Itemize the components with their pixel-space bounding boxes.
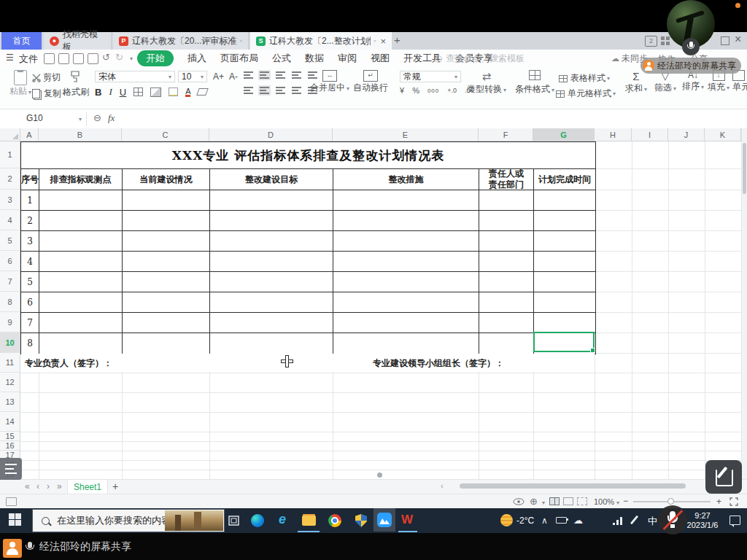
command-search[interactable]: 查找命令、搜索模板 [435, 52, 525, 65]
row-header[interactable]: 6 [0, 251, 20, 271]
cell[interactable]: 2 [21, 211, 39, 231]
tab-sheet[interactable]: S 辽科大教发〔2...整改计划情况表 ▫ × [250, 32, 392, 50]
align-top-button[interactable] [244, 71, 253, 79]
column-header[interactable]: E [333, 128, 479, 141]
align-bottom-button[interactable] [276, 71, 285, 79]
file-explorer-icon[interactable] [302, 516, 316, 526]
row-header[interactable]: 16 [0, 441, 20, 451]
cell[interactable] [123, 313, 210, 333]
row-header[interactable]: 4 [0, 210, 20, 230]
menu-insert[interactable]: 插入 [187, 52, 206, 65]
tab-close-icon[interactable]: × [380, 36, 386, 47]
zoom-out-button[interactable]: − [623, 496, 628, 506]
number-format-select[interactable]: 常规 ▾ [400, 71, 461, 82]
cell[interactable] [123, 211, 210, 231]
cell[interactable] [479, 231, 534, 252]
cell[interactable] [534, 231, 595, 252]
row-header[interactable]: 14 [0, 412, 20, 432]
menu-data[interactable]: 数据 [305, 52, 324, 65]
justify-button[interactable] [292, 87, 301, 94]
search-highlight-image[interactable] [165, 510, 223, 531]
onedrive-cloud-icon[interactable]: ☁ [573, 515, 583, 526]
row-header[interactable]: 1 [0, 141, 20, 168]
cell-style-button[interactable]: 单元格样式▾ [556, 88, 616, 100]
paste-button[interactable]: 粘贴▾ [6, 70, 35, 98]
close-window-icon[interactable]: × [735, 33, 741, 46]
tab-docer[interactable]: ● 找稻壳模板 [44, 32, 112, 50]
internet-explorer-icon[interactable]: e [279, 512, 286, 527]
cell[interactable] [333, 211, 479, 231]
layout-grid-icon[interactable] [661, 36, 670, 45]
cell[interactable] [123, 292, 210, 313]
sum-button[interactable]: Σ 求和▾ [623, 70, 649, 95]
prev-sheet-icon[interactable]: ‹ [36, 481, 39, 491]
cell[interactable] [479, 211, 534, 231]
cell[interactable]: 3 [21, 231, 39, 252]
tray-expand-icon[interactable]: ∧ [541, 516, 548, 526]
row-header[interactable]: 11 [0, 353, 20, 373]
cell[interactable] [39, 252, 123, 272]
row-header[interactable]: 13 [0, 392, 20, 412]
row-header[interactable]: 3 [0, 190, 20, 210]
cell[interactable] [479, 190, 534, 211]
header-cell[interactable]: 整改建设目标 [210, 169, 333, 190]
cell[interactable] [210, 292, 333, 313]
header-cell[interactable]: 整改措施 [333, 169, 479, 190]
cell[interactable]: 5 [21, 272, 39, 292]
cell[interactable] [333, 252, 479, 272]
row-header[interactable]: 2 [0, 168, 20, 190]
cell[interactable] [39, 333, 123, 354]
column-header[interactable]: B [39, 128, 122, 141]
column-header[interactable]: A [20, 128, 39, 141]
eye-icon[interactable] [513, 498, 525, 505]
task-view-icon[interactable] [228, 515, 240, 526]
copy-button[interactable]: 复制▾ [32, 88, 66, 100]
bold-button[interactable]: B [95, 87, 101, 98]
cell[interactable]: 8 [21, 333, 39, 354]
taskbar-search-box[interactable]: 在这里输入你要搜索的内容 [32, 509, 225, 532]
cell[interactable]: 1 [21, 190, 39, 211]
selected-cell-G10[interactable] [533, 332, 595, 352]
menu-view[interactable]: 视图 [371, 52, 390, 65]
cell[interactable] [210, 190, 333, 211]
header-cell[interactable]: 责任人或责任部门 [479, 169, 534, 190]
table-title[interactable]: XXX专业 评估指标体系排查及整改计划情况表 [21, 142, 595, 169]
undo-icon[interactable]: ↺ [102, 52, 110, 63]
screen-cast-icon[interactable] [6, 497, 17, 506]
cell[interactable] [123, 252, 210, 272]
column-header[interactable]: C [122, 128, 209, 141]
meeting-app-icon[interactable] [377, 513, 392, 527]
annotation-list-overlay[interactable] [0, 458, 22, 480]
cell[interactable] [210, 313, 333, 333]
last-sheet-icon[interactable]: » [57, 481, 62, 491]
cell[interactable] [479, 333, 534, 354]
select-all-corner[interactable] [0, 128, 20, 141]
redo-icon[interactable]: ↻ [115, 52, 123, 63]
cell[interactable] [534, 211, 595, 231]
cell[interactable] [333, 292, 479, 313]
currency-button[interactable]: ¥ [400, 86, 404, 95]
align-middle-button[interactable] [260, 71, 269, 79]
cell[interactable] [534, 190, 595, 211]
wrap-text-button[interactable]: ↵ 自动换行 [352, 70, 390, 94]
header-cell[interactable]: 计划完成时间 [534, 169, 595, 190]
cell[interactable] [210, 333, 333, 354]
font-name-select[interactable]: 宋体 ▾ [95, 71, 175, 82]
weather-temp[interactable]: -2°C [516, 516, 534, 526]
name-box[interactable]: G10 ▾ [0, 109, 86, 128]
network-icon[interactable] [613, 515, 623, 525]
cell[interactable] [479, 252, 534, 272]
cell[interactable]: 7 [21, 313, 39, 333]
print-icon[interactable] [73, 53, 84, 64]
cell[interactable] [210, 252, 333, 272]
decrease-font-button[interactable]: A- [229, 71, 238, 82]
tab-pdf-pin-icon[interactable]: ▫ [240, 37, 242, 44]
cell[interactable]: 6 [21, 292, 39, 313]
increase-decimal-button[interactable]: +.0 [447, 87, 457, 94]
row-header[interactable]: 5 [0, 230, 20, 251]
cell[interactable] [479, 313, 534, 333]
name-box-caret-icon[interactable]: ▾ [79, 116, 82, 122]
wps-icon[interactable]: W [401, 513, 413, 527]
chrome-icon[interactable] [328, 514, 341, 527]
signature-row[interactable]: 专业负责人（签字）： 专业建设领导小组组长（签字）： [21, 354, 595, 372]
